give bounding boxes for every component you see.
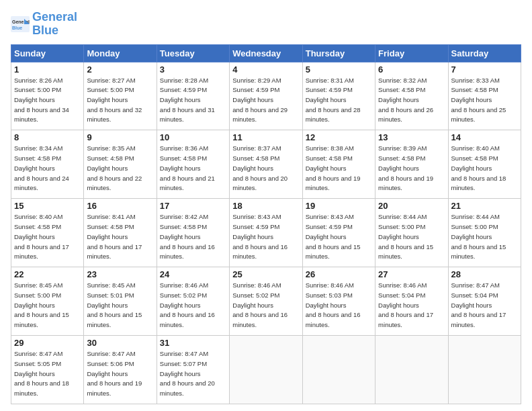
- day-info: Sunrise: 8:44 AMSunset: 5:00 PMDaylight …: [378, 212, 445, 262]
- calendar-cell: 19Sunrise: 8:43 AMSunset: 4:59 PMDayligh…: [302, 199, 375, 267]
- calendar-cell: 1Sunrise: 8:26 AMSunset: 5:00 PMDaylight…: [11, 62, 84, 130]
- calendar-cell: 18Sunrise: 8:43 AMSunset: 4:59 PMDayligh…: [230, 199, 302, 267]
- calendar-cell: [230, 336, 302, 404]
- calendar-cell: 7Sunrise: 8:33 AMSunset: 4:58 PMDaylight…: [448, 62, 521, 130]
- calendar-cell: 31Sunrise: 8:47 AMSunset: 5:07 PMDayligh…: [157, 336, 229, 404]
- day-number: 30: [87, 338, 153, 348]
- calendar-cell: 15Sunrise: 8:40 AMSunset: 4:58 PMDayligh…: [11, 199, 84, 267]
- weekday-friday: Friday: [375, 44, 448, 62]
- header: General Blue GeneralBlue: [11, 11, 521, 38]
- day-number: 15: [14, 201, 81, 211]
- weekday-monday: Monday: [84, 44, 157, 62]
- weekday-thursday: Thursday: [302, 44, 375, 62]
- day-number: 20: [378, 201, 445, 211]
- calendar-cell: 23Sunrise: 8:45 AMSunset: 5:01 PMDayligh…: [84, 267, 157, 336]
- day-info: Sunrise: 8:47 AMSunset: 5:05 PMDaylight …: [14, 349, 81, 399]
- calendar-cell: 28Sunrise: 8:47 AMSunset: 5:04 PMDayligh…: [448, 267, 521, 336]
- weekday-wednesday: Wednesday: [230, 44, 302, 62]
- calendar-cell: 22Sunrise: 8:45 AMSunset: 5:00 PMDayligh…: [11, 267, 84, 336]
- calendar-cell: 12Sunrise: 8:38 AMSunset: 4:58 PMDayligh…: [302, 130, 375, 199]
- day-number: 23: [87, 269, 153, 279]
- day-info: Sunrise: 8:47 AMSunset: 5:06 PMDaylight …: [87, 349, 153, 399]
- page: General Blue GeneralBlue SundayMondayTue…: [0, 0, 532, 411]
- calendar-cell: 29Sunrise: 8:47 AMSunset: 5:05 PMDayligh…: [11, 336, 84, 404]
- calendar-table: SundayMondayTuesdayWednesdayThursdayFrid…: [11, 44, 521, 404]
- calendar-cell: [302, 336, 375, 404]
- calendar-cell: 20Sunrise: 8:44 AMSunset: 5:00 PMDayligh…: [375, 199, 448, 267]
- day-number: 12: [306, 132, 372, 142]
- day-number: 31: [160, 338, 226, 348]
- day-number: 7: [451, 64, 518, 75]
- day-number: 11: [232, 132, 299, 142]
- day-number: 9: [87, 132, 153, 142]
- calendar-body: 1Sunrise: 8:26 AMSunset: 5:00 PMDaylight…: [11, 62, 521, 404]
- calendar-cell: 24Sunrise: 8:46 AMSunset: 5:02 PMDayligh…: [157, 267, 229, 336]
- day-info: Sunrise: 8:41 AMSunset: 4:58 PMDaylight …: [87, 212, 153, 262]
- day-info: Sunrise: 8:33 AMSunset: 4:58 PMDaylight …: [451, 76, 518, 126]
- calendar-week-2: 8Sunrise: 8:34 AMSunset: 4:58 PMDaylight…: [11, 130, 521, 199]
- calendar-cell: 9Sunrise: 8:35 AMSunset: 4:58 PMDaylight…: [84, 130, 157, 199]
- weekday-tuesday: Tuesday: [157, 44, 229, 62]
- day-info: Sunrise: 8:32 AMSunset: 4:58 PMDaylight …: [378, 76, 445, 126]
- day-info: Sunrise: 8:45 AMSunset: 5:00 PMDaylight …: [14, 281, 81, 330]
- day-info: Sunrise: 8:35 AMSunset: 4:58 PMDaylight …: [87, 144, 153, 193]
- calendar-cell: 8Sunrise: 8:34 AMSunset: 4:58 PMDaylight…: [11, 130, 84, 199]
- calendar-week-5: 29Sunrise: 8:47 AMSunset: 5:05 PMDayligh…: [11, 336, 521, 404]
- day-number: 10: [160, 132, 226, 142]
- day-number: 28: [451, 269, 518, 279]
- day-number: 19: [306, 201, 372, 211]
- day-number: 16: [87, 201, 153, 211]
- day-number: 5: [306, 64, 372, 75]
- day-number: 8: [14, 132, 81, 142]
- day-info: Sunrise: 8:44 AMSunset: 5:00 PMDaylight …: [451, 212, 518, 262]
- calendar-week-1: 1Sunrise: 8:26 AMSunset: 5:00 PMDaylight…: [11, 62, 521, 130]
- day-number: 29: [14, 338, 81, 348]
- calendar-cell: [448, 336, 521, 404]
- calendar-cell: 14Sunrise: 8:40 AMSunset: 4:58 PMDayligh…: [448, 130, 521, 199]
- svg-text:Blue: Blue: [12, 26, 22, 30]
- day-info: Sunrise: 8:40 AMSunset: 4:58 PMDaylight …: [14, 212, 81, 262]
- calendar-cell: 27Sunrise: 8:46 AMSunset: 5:04 PMDayligh…: [375, 267, 448, 336]
- day-info: Sunrise: 8:34 AMSunset: 4:58 PMDaylight …: [14, 144, 81, 193]
- weekday-sunday: Sunday: [11, 44, 84, 62]
- day-info: Sunrise: 8:46 AMSunset: 5:04 PMDaylight …: [378, 281, 445, 330]
- day-info: Sunrise: 8:45 AMSunset: 5:01 PMDaylight …: [87, 281, 153, 330]
- day-number: 13: [378, 132, 445, 142]
- calendar-cell: 5Sunrise: 8:31 AMSunset: 4:59 PMDaylight…: [302, 62, 375, 130]
- day-info: Sunrise: 8:26 AMSunset: 5:00 PMDaylight …: [14, 76, 81, 126]
- day-info: Sunrise: 8:46 AMSunset: 5:02 PMDaylight …: [232, 281, 299, 330]
- day-number: 22: [14, 269, 81, 279]
- day-info: Sunrise: 8:47 AMSunset: 5:07 PMDaylight …: [160, 349, 226, 399]
- weekday-saturday: Saturday: [448, 44, 521, 62]
- weekday-header-row: SundayMondayTuesdayWednesdayThursdayFrid…: [11, 44, 521, 62]
- day-info: Sunrise: 8:27 AMSunset: 5:00 PMDaylight …: [87, 76, 153, 126]
- day-number: 17: [160, 201, 226, 211]
- day-info: Sunrise: 8:31 AMSunset: 4:59 PMDaylight …: [306, 76, 372, 126]
- day-info: Sunrise: 8:42 AMSunset: 4:58 PMDaylight …: [160, 212, 226, 262]
- day-info: Sunrise: 8:36 AMSunset: 4:58 PMDaylight …: [160, 144, 226, 193]
- day-info: Sunrise: 8:46 AMSunset: 5:02 PMDaylight …: [160, 281, 226, 330]
- day-number: 6: [378, 64, 445, 75]
- calendar-cell: [375, 336, 448, 404]
- day-info: Sunrise: 8:29 AMSunset: 4:59 PMDaylight …: [232, 76, 299, 126]
- day-info: Sunrise: 8:39 AMSunset: 4:58 PMDaylight …: [378, 144, 445, 193]
- calendar-cell: 17Sunrise: 8:42 AMSunset: 4:58 PMDayligh…: [157, 199, 229, 267]
- calendar-cell: 25Sunrise: 8:46 AMSunset: 5:02 PMDayligh…: [230, 267, 302, 336]
- logo: General Blue GeneralBlue: [11, 11, 77, 38]
- calendar-cell: 26Sunrise: 8:46 AMSunset: 5:03 PMDayligh…: [302, 267, 375, 336]
- calendar-cell: 2Sunrise: 8:27 AMSunset: 5:00 PMDaylight…: [84, 62, 157, 130]
- day-number: 26: [306, 269, 372, 279]
- calendar-cell: 11Sunrise: 8:37 AMSunset: 4:58 PMDayligh…: [230, 130, 302, 199]
- logo-text: GeneralBlue: [32, 11, 77, 38]
- calendar-cell: 30Sunrise: 8:47 AMSunset: 5:06 PMDayligh…: [84, 336, 157, 404]
- day-info: Sunrise: 8:47 AMSunset: 5:04 PMDaylight …: [451, 281, 518, 330]
- day-info: Sunrise: 8:37 AMSunset: 4:58 PMDaylight …: [232, 144, 299, 193]
- day-number: 27: [378, 269, 445, 279]
- calendar-cell: 21Sunrise: 8:44 AMSunset: 5:00 PMDayligh…: [448, 199, 521, 267]
- day-number: 18: [232, 201, 299, 211]
- calendar-cell: 6Sunrise: 8:32 AMSunset: 4:58 PMDaylight…: [375, 62, 448, 130]
- day-number: 25: [232, 269, 299, 279]
- day-info: Sunrise: 8:46 AMSunset: 5:03 PMDaylight …: [306, 281, 372, 330]
- day-number: 1: [14, 64, 81, 75]
- day-info: Sunrise: 8:43 AMSunset: 4:59 PMDaylight …: [232, 212, 299, 262]
